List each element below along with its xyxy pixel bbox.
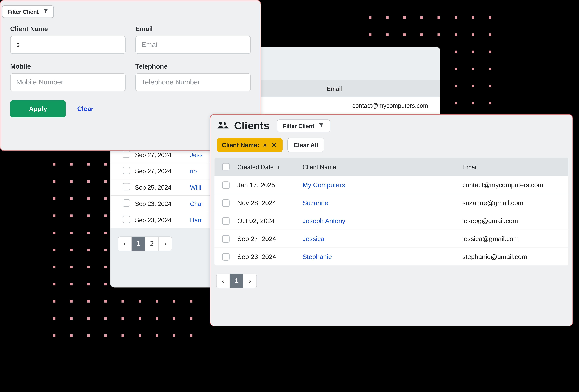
results-pagination: ‹ 1 ›: [216, 274, 257, 288]
back-row-client-link[interactable]: Char: [190, 200, 203, 207]
column-client-name-label: Client Name: [303, 163, 336, 170]
row-checkbox[interactable]: [222, 181, 229, 189]
users-icon: [217, 120, 229, 132]
funnel-icon: [318, 122, 324, 129]
row-checkbox[interactable]: [123, 167, 130, 174]
chevron-left-icon: ‹: [124, 240, 126, 248]
svg-point-1: [224, 122, 226, 125]
column-email-header: Email: [327, 85, 342, 92]
chevron-right-icon: ›: [164, 240, 166, 248]
telephone-label: Telephone: [135, 63, 251, 70]
clients-title: Clients: [234, 120, 269, 132]
results-pagination-next[interactable]: ›: [243, 274, 257, 288]
row-checkbox[interactable]: [222, 235, 229, 242]
grid-row-email: jessica@gmail.com: [462, 235, 568, 242]
filter-chip-label: Client Name:: [222, 142, 259, 149]
results-pagination-page-1[interactable]: 1: [230, 274, 243, 288]
back-row-date: Sep 23, 2024: [135, 217, 190, 224]
chevron-right-icon: ›: [249, 277, 251, 285]
back-row-date: Sep 23, 2024: [135, 200, 190, 207]
back-pagination-page-2[interactable]: 2: [145, 237, 158, 251]
grid-row-date: Jan 17, 2025: [237, 181, 302, 189]
sort-desc-icon: ↓: [277, 163, 280, 170]
grid-header-row: Created Date ↓ Client Name Email: [215, 158, 568, 176]
back-pagination-next[interactable]: ›: [159, 237, 172, 251]
back-pagination-prev[interactable]: ‹: [118, 237, 131, 251]
results-pagination-prev[interactable]: ‹: [217, 274, 230, 288]
filter-chip-value: s: [263, 142, 267, 149]
telephone-input[interactable]: [135, 74, 251, 91]
grid-row-client-link[interactable]: My Computers: [303, 181, 462, 189]
row-checkbox[interactable]: [222, 253, 229, 260]
grid-row-email: contact@mycomputers.com: [462, 181, 568, 189]
row-checkbox[interactable]: [222, 217, 229, 225]
grid-row: Nov 28, 2024Suzannesuzanne@gmail.com: [215, 194, 568, 212]
row-checkbox[interactable]: [123, 151, 130, 158]
row-checkbox[interactable]: [222, 199, 229, 207]
email-label: Email: [135, 25, 251, 33]
column-email[interactable]: Email: [462, 163, 568, 170]
mobile-label: Mobile: [10, 63, 126, 70]
back-row-date: Sep 27, 2024: [135, 167, 190, 174]
mobile-input[interactable]: [10, 74, 126, 91]
grid-row-date: Sep 27, 2024: [237, 235, 302, 242]
column-client-name[interactable]: Client Name: [303, 163, 462, 170]
column-created-date-label: Created Date: [237, 163, 274, 170]
grid-row-client-link[interactable]: Suzanne: [303, 199, 462, 207]
grid-row: Jan 17, 2025My Computerscontact@mycomput…: [215, 176, 568, 194]
filter-client-trigger-button[interactable]: Filter Client: [2, 5, 54, 18]
back-row-date: Sep 25, 2024: [135, 184, 190, 191]
back-row-client-link[interactable]: Willi: [190, 184, 201, 191]
email-input[interactable]: [135, 36, 251, 54]
filter-client-trigger-label: Filter Client: [7, 8, 39, 15]
grid-row: Sep 27, 2024Jessicajessica@gmail.com: [215, 230, 568, 247]
svg-point-0: [219, 122, 222, 125]
apply-button[interactable]: Apply: [10, 100, 66, 117]
grid-row-date: Sep 23, 2024: [237, 253, 302, 260]
grid-row-client-link[interactable]: Jessica: [303, 235, 462, 242]
results-filter-client-button[interactable]: Filter Client: [277, 120, 330, 132]
grid-row-date: Nov 28, 2024: [237, 199, 302, 207]
grid-row-client-link[interactable]: Stephanie: [303, 253, 462, 260]
grid-row-date: Oct 02, 2024: [237, 217, 302, 225]
filter-chip-client-name: Client Name: s ✕: [217, 138, 283, 152]
grid-row-email: suzanne@gmail.com: [462, 199, 568, 207]
clear-all-button[interactable]: Clear All: [288, 138, 324, 152]
results-filter-client-label: Filter Client: [283, 123, 314, 129]
back-row-date: Sep 27, 2024: [135, 151, 190, 158]
select-all-checkbox[interactable]: [222, 163, 229, 170]
grid-row: Sep 23, 2024Stephaniestephanie@gmail.com: [215, 247, 568, 265]
clients-grid: Created Date ↓ Client Name Email Jan 17,…: [215, 158, 568, 266]
back-pagination-page-1[interactable]: 1: [132, 237, 145, 251]
grid-row-client-link[interactable]: Joseph Antony: [303, 217, 462, 225]
funnel-icon: [43, 8, 49, 15]
row-checkbox[interactable]: [123, 183, 130, 190]
row-checkbox[interactable]: [123, 199, 130, 207]
filter-chip-remove-icon[interactable]: ✕: [271, 141, 278, 149]
clear-button[interactable]: Clear: [77, 105, 94, 112]
client-name-label: Client Name: [10, 25, 126, 33]
chevron-left-icon: ‹: [222, 277, 224, 285]
column-created-date[interactable]: Created Date ↓: [237, 163, 302, 170]
back-row-client-link[interactable]: Harr: [190, 217, 202, 224]
grid-row-email: stephanie@gmail.com: [462, 253, 568, 260]
back-row-client-link[interactable]: Jess: [190, 151, 203, 158]
row-checkbox[interactable]: [123, 216, 130, 223]
column-email-label: Email: [462, 163, 478, 170]
back-pagination: ‹ 1 2 ›: [118, 236, 172, 251]
grid-row-email: josepg@gmail.com: [462, 217, 568, 225]
clients-results-panel: Clients Filter Client Client Name: s ✕ C…: [210, 114, 573, 326]
back-row-client-link[interactable]: rio: [190, 167, 197, 174]
grid-row: Oct 02, 2024Joseph Antonyjosepg@gmail.co…: [215, 212, 568, 230]
client-name-input[interactable]: [10, 36, 126, 54]
back-table-email-cell: contact@mycomputers.com: [352, 102, 428, 109]
